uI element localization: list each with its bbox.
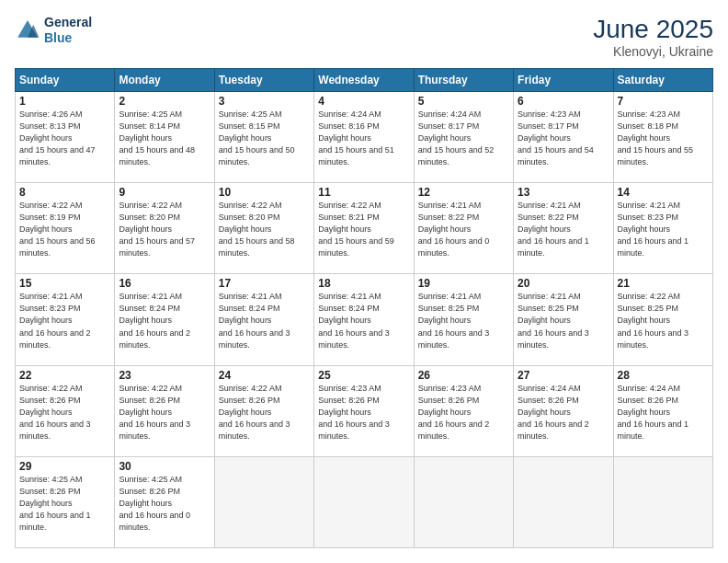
day-info: Sunrise: 4:24 AMSunset: 8:17 PMDaylight …	[418, 109, 495, 167]
table-row: 18Sunrise: 4:21 AMSunset: 8:24 PMDayligh…	[314, 274, 414, 365]
day-info: Sunrise: 4:22 AMSunset: 8:25 PMDaylight …	[618, 292, 689, 349]
day-number: 29	[19, 460, 110, 473]
table-row	[514, 456, 613, 547]
header: General Blue June 2025 Klenovyi, Ukraine	[15, 15, 713, 59]
day-number: 18	[318, 277, 409, 290]
day-number: 16	[119, 277, 210, 290]
logo: General Blue	[15, 15, 92, 46]
day-info: Sunrise: 4:22 AMSunset: 8:26 PMDaylight …	[119, 384, 190, 441]
logo-general: General	[44, 15, 92, 29]
calendar-table: Sunday Monday Tuesday Wednesday Thursday…	[15, 68, 713, 548]
month-title: June 2025	[593, 15, 713, 44]
col-tuesday: Tuesday	[214, 69, 313, 92]
table-row: 19Sunrise: 4:21 AMSunset: 8:25 PMDayligh…	[414, 274, 513, 365]
table-row: 30Sunrise: 4:25 AMSunset: 8:26 PMDayligh…	[115, 456, 214, 547]
day-number: 26	[418, 369, 509, 382]
day-number: 20	[518, 277, 609, 290]
table-row: 27Sunrise: 4:24 AMSunset: 8:26 PMDayligh…	[514, 365, 613, 456]
day-info: Sunrise: 4:23 AMSunset: 8:18 PMDaylight …	[618, 109, 694, 167]
table-row: 13Sunrise: 4:21 AMSunset: 8:22 PMDayligh…	[514, 183, 613, 274]
day-info: Sunrise: 4:24 AMSunset: 8:26 PMDaylight …	[618, 384, 689, 441]
day-info: Sunrise: 4:22 AMSunset: 8:26 PMDaylight …	[219, 384, 290, 441]
table-row: 4Sunrise: 4:24 AMSunset: 8:16 PMDaylight…	[314, 92, 414, 183]
day-number: 17	[219, 277, 310, 290]
col-sunday: Sunday	[16, 69, 115, 92]
day-info: Sunrise: 4:22 AMSunset: 8:20 PMDaylight …	[219, 201, 295, 258]
col-saturday: Saturday	[613, 69, 712, 92]
day-info: Sunrise: 4:21 AMSunset: 8:24 PMDaylight …	[219, 292, 290, 349]
day-info: Sunrise: 4:21 AMSunset: 8:23 PMDaylight …	[618, 201, 689, 258]
table-row: 14Sunrise: 4:21 AMSunset: 8:23 PMDayligh…	[613, 183, 712, 274]
day-number: 1	[19, 95, 110, 108]
day-info: Sunrise: 4:25 AMSunset: 8:15 PMDaylight …	[219, 109, 295, 167]
table-row: 23Sunrise: 4:22 AMSunset: 8:26 PMDayligh…	[115, 365, 214, 456]
day-number: 9	[119, 186, 210, 199]
day-info: Sunrise: 4:24 AMSunset: 8:26 PMDaylight …	[518, 384, 589, 441]
day-number: 27	[518, 369, 609, 382]
table-row: 16Sunrise: 4:21 AMSunset: 8:24 PMDayligh…	[115, 274, 214, 365]
day-number: 15	[19, 277, 110, 290]
day-info: Sunrise: 4:23 AMSunset: 8:26 PMDaylight …	[318, 384, 390, 441]
day-number: 13	[518, 186, 609, 199]
table-row: 25Sunrise: 4:23 AMSunset: 8:26 PMDayligh…	[314, 365, 414, 456]
col-friday: Friday	[514, 69, 613, 92]
day-number: 7	[618, 95, 709, 108]
table-row: 24Sunrise: 4:22 AMSunset: 8:26 PMDayligh…	[214, 365, 313, 456]
table-row: 9Sunrise: 4:22 AMSunset: 8:20 PMDaylight…	[115, 183, 214, 274]
day-number: 4	[318, 95, 409, 108]
day-number: 12	[418, 186, 509, 199]
day-info: Sunrise: 4:21 AMSunset: 8:25 PMDaylight …	[518, 292, 589, 349]
day-info: Sunrise: 4:23 AMSunset: 8:17 PMDaylight …	[518, 109, 594, 167]
table-row: 12Sunrise: 4:21 AMSunset: 8:22 PMDayligh…	[414, 183, 513, 274]
day-number: 6	[518, 95, 609, 108]
day-number: 28	[618, 369, 709, 382]
day-number: 5	[418, 95, 509, 108]
table-row: 10Sunrise: 4:22 AMSunset: 8:20 PMDayligh…	[214, 183, 313, 274]
col-thursday: Thursday	[414, 69, 513, 92]
table-row: 5Sunrise: 4:24 AMSunset: 8:17 PMDaylight…	[414, 92, 513, 183]
day-info: Sunrise: 4:21 AMSunset: 8:22 PMDaylight …	[418, 201, 490, 258]
day-number: 10	[219, 186, 310, 199]
table-row: 15Sunrise: 4:21 AMSunset: 8:23 PMDayligh…	[16, 274, 115, 365]
day-info: Sunrise: 4:22 AMSunset: 8:26 PMDaylight …	[19, 384, 91, 441]
day-number: 14	[618, 186, 709, 199]
logo-text: General Blue	[44, 15, 92, 46]
table-row: 22Sunrise: 4:22 AMSunset: 8:26 PMDayligh…	[16, 365, 115, 456]
day-info: Sunrise: 4:21 AMSunset: 8:25 PMDaylight …	[418, 292, 490, 349]
day-info: Sunrise: 4:21 AMSunset: 8:23 PMDaylight …	[19, 292, 91, 349]
table-row: 21Sunrise: 4:22 AMSunset: 8:25 PMDayligh…	[613, 274, 712, 365]
table-row: 3Sunrise: 4:25 AMSunset: 8:15 PMDaylight…	[214, 92, 313, 183]
day-number: 23	[119, 369, 210, 382]
day-number: 3	[219, 95, 310, 108]
table-row: 20Sunrise: 4:21 AMSunset: 8:25 PMDayligh…	[514, 274, 613, 365]
day-number: 22	[19, 369, 110, 382]
day-info: Sunrise: 4:22 AMSunset: 8:20 PMDaylight …	[119, 201, 195, 258]
location: Klenovyi, Ukraine	[593, 44, 713, 59]
table-row	[214, 456, 313, 547]
day-info: Sunrise: 4:25 AMSunset: 8:26 PMDaylight …	[19, 475, 91, 532]
table-row	[414, 456, 513, 547]
day-info: Sunrise: 4:22 AMSunset: 8:21 PMDaylight …	[318, 201, 394, 258]
col-wednesday: Wednesday	[314, 69, 414, 92]
logo-blue: Blue	[44, 30, 72, 45]
day-number: 30	[119, 460, 210, 473]
day-info: Sunrise: 4:21 AMSunset: 8:22 PMDaylight …	[518, 201, 589, 258]
calendar-header-row: Sunday Monday Tuesday Wednesday Thursday…	[16, 69, 713, 92]
day-info: Sunrise: 4:22 AMSunset: 8:19 PMDaylight …	[19, 201, 96, 258]
table-row: 28Sunrise: 4:24 AMSunset: 8:26 PMDayligh…	[613, 365, 712, 456]
table-row: 6Sunrise: 4:23 AMSunset: 8:17 PMDaylight…	[514, 92, 613, 183]
day-info: Sunrise: 4:25 AMSunset: 8:14 PMDaylight …	[119, 109, 195, 167]
day-number: 19	[418, 277, 509, 290]
day-info: Sunrise: 4:23 AMSunset: 8:26 PMDaylight …	[418, 384, 490, 441]
day-info: Sunrise: 4:26 AMSunset: 8:13 PMDaylight …	[19, 109, 96, 167]
table-row: 11Sunrise: 4:22 AMSunset: 8:21 PMDayligh…	[314, 183, 414, 274]
table-row: 29Sunrise: 4:25 AMSunset: 8:26 PMDayligh…	[16, 456, 115, 547]
table-row: 7Sunrise: 4:23 AMSunset: 8:18 PMDaylight…	[613, 92, 712, 183]
logo-icon	[15, 17, 40, 43]
day-number: 8	[19, 186, 110, 199]
day-info: Sunrise: 4:24 AMSunset: 8:16 PMDaylight …	[318, 109, 394, 167]
day-number: 25	[318, 369, 409, 382]
table-row	[613, 456, 712, 547]
page: General Blue June 2025 Klenovyi, Ukraine…	[0, 0, 728, 563]
table-row: 26Sunrise: 4:23 AMSunset: 8:26 PMDayligh…	[414, 365, 513, 456]
